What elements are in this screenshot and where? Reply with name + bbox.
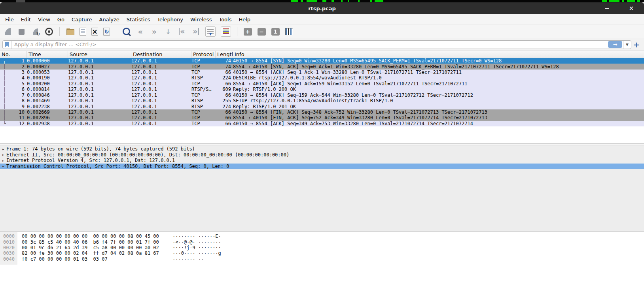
expand-arrow-icon[interactable]: ▸ bbox=[0, 164, 6, 168]
resize-columns-icon[interactable] bbox=[285, 27, 294, 36]
expand-arrow-icon[interactable]: ▸ bbox=[0, 147, 6, 151]
packet-cell-src: 127.0.0.1 bbox=[68, 109, 131, 115]
column-header-info[interactable]: Info bbox=[233, 51, 644, 58]
menu-edit[interactable]: Edit bbox=[17, 15, 34, 24]
zoom-in-icon[interactable]: + bbox=[243, 27, 252, 36]
column-header-no[interactable]: No. bbox=[0, 51, 27, 58]
hex-bytes: 00 00 00 00 00 00 00 00 00 00 00 00 08 0… bbox=[17, 233, 165, 239]
bookmark-icon[interactable] bbox=[5, 42, 9, 47]
menu-statistics[interactable]: Statistics bbox=[123, 15, 153, 24]
packet-row[interactable]: │40.000190127.0.0.1127.0.0.1RTSP224DESCR… bbox=[0, 75, 644, 81]
expand-arrow-icon[interactable]: ▸ bbox=[0, 152, 6, 157]
packet-cell-len: 66 bbox=[216, 92, 233, 98]
packet-row[interactable]: └120.002938127.0.0.1127.0.0.1TCP6640150 … bbox=[0, 121, 644, 126]
packet-cell-gut: │ bbox=[0, 115, 6, 120]
detail-tree-item[interactable]: ▸Internet Protocol Version 4, Src: 127.0… bbox=[0, 158, 644, 164]
menu-view[interactable]: View bbox=[34, 15, 54, 24]
packet-cell-proto: RTSP bbox=[191, 104, 216, 109]
normal-size-icon[interactable]: 1 bbox=[271, 27, 280, 36]
packet-cell-dst: 127.0.0.1 bbox=[131, 81, 191, 87]
menu-capture[interactable]: Capture bbox=[68, 15, 96, 24]
detail-text: Internet Protocol Version 4, Src: 127.0.… bbox=[6, 158, 175, 163]
hex-row[interactable]: 001000 3c 85 c5 40 00 40 06 b6 f4 7f 00 … bbox=[0, 239, 644, 245]
go-to-packet-icon[interactable] bbox=[164, 27, 172, 36]
packet-cell-src: 127.0.0.1 bbox=[68, 75, 131, 81]
column-header-destination[interactable]: Destination bbox=[131, 51, 191, 58]
packet-cell-info: 8554 → 40150 [FIN, ACK] Seq=752 Ack=349 … bbox=[233, 115, 644, 120]
wireshark-window: rtsp.pcap × FileEditViewGoCaptureAnalyze… bbox=[0, 0, 644, 284]
hex-offset: 0000 bbox=[0, 233, 17, 239]
save-file-icon[interactable] bbox=[80, 28, 86, 36]
menu-wireless[interactable]: Wireless bbox=[187, 15, 215, 24]
packet-row[interactable]: │60.000814127.0.0.1127.0.0.1RTSP/S…609Re… bbox=[0, 87, 644, 92]
packet-row[interactable]: │70.000846127.0.0.1127.0.0.1TCP6640150 →… bbox=[0, 92, 644, 98]
packet-cell-info: SETUP rtsp://127.0.0.1:8554/wavAudioTest… bbox=[233, 98, 644, 103]
packet-row[interactable]: │100.002669127.0.0.1127.0.0.1TCP6640150 … bbox=[0, 109, 644, 115]
hex-ascii: ········ ·· bbox=[165, 256, 204, 262]
display-filter-input[interactable] bbox=[13, 41, 608, 48]
column-header-protocol[interactable]: Protocol bbox=[191, 51, 216, 58]
colorize-icon[interactable] bbox=[221, 26, 231, 37]
menu-help[interactable]: Help bbox=[235, 15, 254, 24]
packet-cell-proto: TCP bbox=[191, 81, 216, 87]
go-back-icon[interactable]: « bbox=[136, 27, 145, 36]
start-capture-icon[interactable] bbox=[3, 27, 12, 36]
column-header-length[interactable]: Length bbox=[216, 51, 233, 58]
stop-capture-icon[interactable] bbox=[17, 27, 26, 36]
packet-row[interactable]: │30.000053127.0.0.1127.0.0.1TCP6640150 →… bbox=[0, 70, 644, 75]
packet-cell-dst: 127.0.0.1 bbox=[131, 92, 191, 98]
packet-cell-len: 74 bbox=[216, 64, 233, 70]
column-header-source[interactable]: Source bbox=[68, 51, 131, 58]
last-packet-icon[interactable] bbox=[191, 27, 200, 36]
reload-file-icon[interactable] bbox=[103, 28, 110, 36]
menu-telephony[interactable]: Telephony bbox=[153, 15, 187, 24]
apply-filter-icon[interactable]: → bbox=[608, 41, 622, 48]
menu-go[interactable]: Go bbox=[54, 15, 68, 24]
zoom-out-icon[interactable]: − bbox=[257, 27, 266, 36]
background-pixels bbox=[375, 0, 383, 2]
close-button[interactable]: × bbox=[628, 5, 635, 11]
packet-cell-dst: 127.0.0.1 bbox=[131, 104, 191, 109]
menu-analyze[interactable]: Analyze bbox=[96, 15, 123, 24]
packet-cell-no: 8 bbox=[6, 98, 27, 103]
hex-row[interactable]: 000000 00 00 00 00 00 00 00 00 00 00 00 … bbox=[0, 233, 644, 239]
column-header-time[interactable]: Time bbox=[27, 51, 68, 58]
first-packet-icon[interactable] bbox=[178, 27, 186, 36]
packet-cell-time: 0.000846 bbox=[27, 92, 68, 98]
packet-cell-dst: 127.0.0.1 bbox=[131, 115, 191, 120]
packet-row[interactable]: ┌10.000000127.0.0.1127.0.0.1TCP7440150 →… bbox=[0, 58, 644, 64]
add-filter-button-icon[interactable]: + bbox=[631, 40, 642, 49]
packet-cell-proto: TCP bbox=[191, 121, 216, 126]
hex-ascii: ···0···· ·······g bbox=[165, 250, 221, 256]
go-forward-icon[interactable]: » bbox=[150, 27, 159, 36]
chevron-down-icon[interactable]: ▼ bbox=[623, 41, 631, 49]
packet-row[interactable]: │90.002238127.0.0.1127.0.0.1RTSP274Reply… bbox=[0, 103, 644, 109]
minimize-button[interactable] bbox=[604, 5, 610, 11]
packet-cell-proto: RTSP/S… bbox=[191, 87, 216, 92]
packet-cell-dst: 127.0.0.1 bbox=[131, 87, 191, 92]
packet-row[interactable]: │50.000200127.0.0.1127.0.0.1TCP668554 → … bbox=[0, 81, 644, 87]
packet-row[interactable]: │80.001469127.0.0.1127.0.0.1RTSP255SETUP… bbox=[0, 98, 644, 103]
display-filter-field[interactable]: → ▼ bbox=[2, 40, 631, 49]
detail-tree-item[interactable]: ▸Ethernet II, Src: 00:00:00_00:00:00 (00… bbox=[0, 152, 644, 158]
hex-row[interactable]: 0040f0 c7 00 00 00 00 01 03 03 07·······… bbox=[0, 256, 644, 262]
detail-tree-item[interactable]: ▸Frame 1: 74 bytes on wire (592 bits), 7… bbox=[0, 146, 644, 152]
packet-cell-proto: TCP bbox=[191, 115, 216, 120]
packet-cell-len: 274 bbox=[216, 104, 233, 109]
detail-tree-item[interactable]: ▸Transmission Control Protocol, Src Port… bbox=[0, 164, 644, 169]
expand-arrow-icon[interactable]: ▸ bbox=[0, 158, 6, 163]
menu-file[interactable]: File bbox=[2, 15, 17, 24]
packet-cell-no: 1 bbox=[6, 58, 27, 64]
find-packet-icon[interactable] bbox=[122, 27, 131, 36]
background-pixels bbox=[627, 0, 635, 2]
packet-row[interactable]: │20.000027127.0.0.1127.0.0.1TCP748554 → … bbox=[0, 64, 644, 69]
hex-row[interactable]: 002000 01 9c d6 21 6a 2d 39 c5 a8 00 00 … bbox=[0, 245, 644, 250]
packet-row[interactable]: │110.002896127.0.0.1127.0.0.1TCP668554 →… bbox=[0, 115, 644, 120]
menu-tools[interactable]: Tools bbox=[215, 15, 235, 24]
capture-options-icon[interactable] bbox=[45, 27, 53, 36]
close-file-icon[interactable] bbox=[91, 28, 98, 36]
hex-row[interactable]: 003082 00 fe 30 00 00 02 04 ff d7 04 02 … bbox=[0, 250, 644, 256]
open-file-icon[interactable] bbox=[66, 27, 74, 36]
auto-scroll-icon[interactable] bbox=[205, 26, 216, 37]
restart-capture-icon[interactable] bbox=[31, 27, 40, 36]
